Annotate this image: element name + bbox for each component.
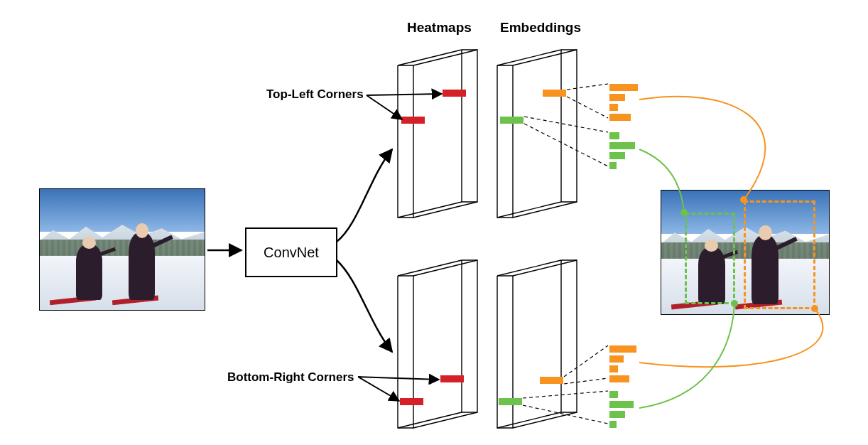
heatmap-bar-red bbox=[440, 375, 464, 382]
svg-line-14 bbox=[497, 412, 561, 428]
svg-rect-37 bbox=[609, 401, 634, 408]
svg-line-17 bbox=[567, 97, 608, 118]
match-curve-orange-br bbox=[639, 309, 823, 367]
svg-line-10 bbox=[398, 412, 462, 428]
svg-rect-21 bbox=[609, 94, 625, 101]
top-left-corners-label: Top-Left Corners bbox=[266, 87, 364, 102]
svg-line-13 bbox=[513, 260, 577, 276]
cuboid-heatmaps-bottom bbox=[398, 260, 477, 428]
svg-rect-20 bbox=[609, 84, 638, 91]
arrow-conv-to-top bbox=[337, 149, 392, 242]
svg-rect-39 bbox=[609, 421, 617, 428]
svg-line-4 bbox=[497, 50, 561, 65]
diagram-stage: ConvNet Heatmaps Embeddings Top-Left Cor… bbox=[0, 0, 868, 445]
svg-line-29 bbox=[564, 378, 608, 384]
svg-line-30 bbox=[523, 391, 608, 398]
embedding-vector-orange-bottom bbox=[609, 345, 636, 382]
arrow-label-tl-1 bbox=[367, 95, 402, 119]
input-image bbox=[39, 188, 205, 311]
svg-line-1 bbox=[413, 50, 477, 65]
svg-rect-36 bbox=[609, 391, 618, 398]
output-image bbox=[661, 190, 830, 315]
svg-line-9 bbox=[413, 260, 477, 276]
embedding-bar-orange bbox=[540, 377, 563, 384]
svg-line-0 bbox=[398, 50, 462, 65]
convnet-block: ConvNet bbox=[245, 227, 337, 277]
detection-box-orange bbox=[744, 200, 815, 309]
convnet-label: ConvNet bbox=[264, 245, 319, 261]
svg-line-2 bbox=[398, 202, 462, 218]
svg-line-15 bbox=[513, 412, 577, 428]
svg-line-28 bbox=[564, 345, 608, 377]
match-curve-green-br bbox=[639, 304, 734, 408]
svg-rect-25 bbox=[609, 142, 635, 149]
arrow-label-br-1 bbox=[358, 377, 399, 401]
dashed-projection-top bbox=[524, 84, 608, 166]
svg-rect-23 bbox=[609, 114, 631, 121]
svg-line-8 bbox=[398, 260, 462, 276]
svg-rect-22 bbox=[609, 104, 618, 111]
dashed-projection-bottom bbox=[523, 345, 608, 424]
cuboid-embeddings-bottom bbox=[497, 260, 577, 428]
svg-rect-34 bbox=[609, 365, 618, 372]
svg-line-6 bbox=[497, 202, 561, 218]
svg-line-7 bbox=[513, 202, 577, 218]
svg-line-18 bbox=[524, 117, 608, 132]
arrow-conv-to-bottom bbox=[337, 260, 392, 352]
svg-rect-33 bbox=[609, 355, 624, 363]
svg-line-31 bbox=[523, 405, 608, 424]
embedding-vector-orange-top bbox=[609, 84, 638, 121]
embedding-bar-green bbox=[500, 117, 523, 124]
svg-line-16 bbox=[567, 84, 608, 90]
embeddings-header: Embeddings bbox=[500, 20, 581, 36]
svg-line-3 bbox=[413, 202, 477, 218]
cuboid-heatmaps-top bbox=[398, 50, 477, 218]
arrow-label-tl-2 bbox=[367, 94, 442, 95]
svg-line-19 bbox=[524, 124, 608, 166]
heatmaps-header: Heatmaps bbox=[407, 20, 472, 36]
heatmap-bar-red bbox=[400, 398, 423, 405]
embedding-bar-orange bbox=[543, 90, 566, 97]
heatmap-bar-red bbox=[443, 90, 466, 97]
embedding-vector-green-top bbox=[609, 132, 635, 169]
heatmap-bar-red bbox=[401, 117, 425, 124]
svg-line-12 bbox=[497, 260, 561, 276]
svg-rect-26 bbox=[609, 152, 625, 159]
embedding-vector-green-bottom bbox=[609, 391, 634, 428]
arrow-label-br-2 bbox=[358, 377, 439, 380]
svg-rect-32 bbox=[609, 345, 636, 353]
svg-rect-38 bbox=[609, 411, 625, 418]
detection-box-green bbox=[685, 213, 735, 304]
embedding-bar-green bbox=[499, 398, 522, 405]
svg-rect-27 bbox=[609, 162, 617, 169]
cuboid-embeddings-top bbox=[497, 50, 577, 218]
svg-rect-24 bbox=[609, 132, 619, 139]
svg-rect-35 bbox=[609, 375, 629, 382]
match-curve-orange-tl bbox=[639, 97, 765, 200]
svg-line-11 bbox=[413, 412, 477, 428]
bottom-right-corners-label: Bottom-Right Corners bbox=[227, 370, 354, 385]
svg-line-5 bbox=[513, 50, 577, 65]
